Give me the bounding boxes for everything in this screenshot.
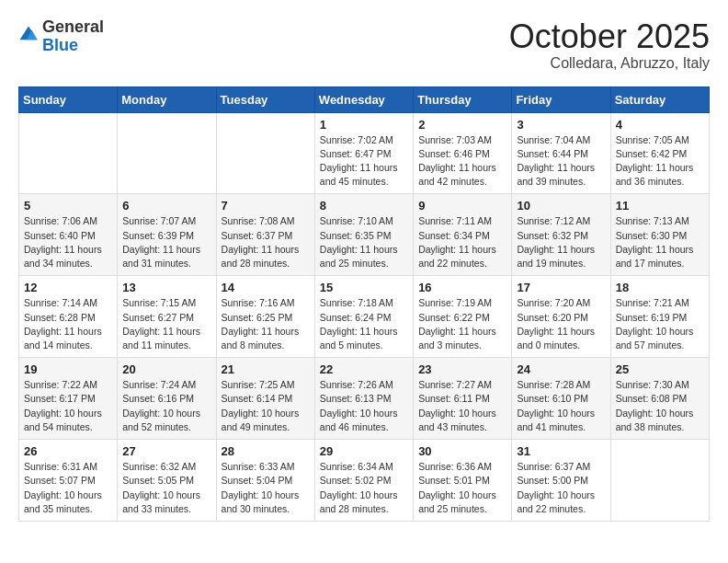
day-info: Sunrise: 6:36 AM Sunset: 5:01 PM Dayligh… [418, 460, 506, 516]
day-info: Sunrise: 7:14 AM Sunset: 6:28 PM Dayligh… [24, 296, 112, 352]
calendar-week-row: 1Sunrise: 7:02 AM Sunset: 6:47 PM Daylig… [19, 112, 710, 194]
calendar-cell [610, 440, 709, 522]
weekday-header: Friday [512, 86, 610, 112]
calendar-cell [216, 112, 314, 194]
day-number: 26 [24, 444, 112, 458]
day-info: Sunrise: 7:08 AM Sunset: 6:37 PM Dayligh… [222, 214, 310, 270]
calendar-cell: 31Sunrise: 6:37 AM Sunset: 5:00 PM Dayli… [512, 440, 610, 522]
day-info: Sunrise: 7:28 AM Sunset: 6:10 PM Dayligh… [517, 378, 605, 434]
calendar-cell: 6Sunrise: 7:07 AM Sunset: 6:39 PM Daylig… [118, 194, 216, 276]
day-info: Sunrise: 7:03 AM Sunset: 6:46 PM Dayligh… [418, 133, 506, 190]
calendar-week-row: 19Sunrise: 7:22 AM Sunset: 6:17 PM Dayli… [19, 358, 710, 440]
day-info: Sunrise: 7:24 AM Sunset: 6:16 PM Dayligh… [122, 378, 210, 434]
logo-text-general: General [42, 17, 104, 36]
calendar-cell: 13Sunrise: 7:15 AM Sunset: 6:27 PM Dayli… [118, 276, 216, 358]
calendar-cell: 11Sunrise: 7:13 AM Sunset: 6:30 PM Dayli… [610, 194, 709, 276]
day-number: 15 [320, 281, 408, 294]
day-info: Sunrise: 7:18 AM Sunset: 6:24 PM Dayligh… [320, 296, 408, 352]
day-number: 29 [320, 444, 408, 458]
day-info: Sunrise: 7:07 AM Sunset: 6:39 PM Dayligh… [122, 214, 210, 270]
calendar-cell: 25Sunrise: 7:30 AM Sunset: 6:08 PM Dayli… [610, 358, 709, 440]
calendar-cell: 18Sunrise: 7:21 AM Sunset: 6:19 PM Dayli… [610, 276, 709, 358]
day-number: 9 [418, 199, 506, 213]
calendar-header-row: SundayMondayTuesdayWednesdayThursdayFrid… [19, 86, 710, 112]
calendar-cell: 9Sunrise: 7:11 AM Sunset: 6:34 PM Daylig… [414, 194, 512, 276]
day-info: Sunrise: 7:30 AM Sunset: 6:08 PM Dayligh… [616, 378, 704, 434]
calendar-week-row: 5Sunrise: 7:06 AM Sunset: 6:40 PM Daylig… [19, 194, 710, 276]
calendar-week-row: 26Sunrise: 6:31 AM Sunset: 5:07 PM Dayli… [19, 440, 710, 522]
calendar-cell: 16Sunrise: 7:19 AM Sunset: 6:22 PM Dayli… [414, 276, 512, 358]
day-info: Sunrise: 7:10 AM Sunset: 6:35 PM Dayligh… [320, 214, 408, 270]
calendar-cell: 2Sunrise: 7:03 AM Sunset: 6:46 PM Daylig… [414, 112, 512, 194]
day-number: 8 [320, 199, 408, 213]
calendar-cell: 28Sunrise: 6:33 AM Sunset: 5:04 PM Dayli… [216, 440, 314, 522]
day-number: 20 [122, 362, 210, 376]
logo: General Blue [18, 18, 104, 55]
day-number: 14 [222, 281, 310, 294]
day-info: Sunrise: 7:05 AM Sunset: 6:42 PM Dayligh… [616, 133, 704, 190]
calendar-cell: 24Sunrise: 7:28 AM Sunset: 6:10 PM Dayli… [512, 358, 610, 440]
calendar-cell [118, 112, 216, 194]
day-info: Sunrise: 7:27 AM Sunset: 6:11 PM Dayligh… [418, 378, 506, 434]
day-number: 16 [418, 281, 506, 294]
calendar-cell: 22Sunrise: 7:26 AM Sunset: 6:13 PM Dayli… [314, 358, 413, 440]
logo-icon [18, 25, 39, 45]
day-info: Sunrise: 7:16 AM Sunset: 6:25 PM Dayligh… [222, 296, 310, 352]
day-number: 22 [320, 362, 408, 376]
location: Colledara, Abruzzo, Italy [509, 55, 710, 72]
logo-text-blue: Blue [42, 36, 78, 54]
day-number: 7 [222, 199, 310, 213]
day-info: Sunrise: 7:13 AM Sunset: 6:30 PM Dayligh… [616, 214, 704, 270]
calendar-cell: 30Sunrise: 6:36 AM Sunset: 5:01 PM Dayli… [414, 440, 512, 522]
calendar-cell: 10Sunrise: 7:12 AM Sunset: 6:32 PM Dayli… [512, 194, 610, 276]
calendar-cell: 4Sunrise: 7:05 AM Sunset: 6:42 PM Daylig… [610, 112, 709, 194]
day-number: 13 [122, 281, 210, 294]
day-number: 10 [517, 199, 605, 213]
day-info: Sunrise: 7:15 AM Sunset: 6:27 PM Dayligh… [122, 296, 210, 352]
calendar: SundayMondayTuesdayWednesdayThursdayFrid… [18, 86, 710, 522]
day-number: 17 [517, 281, 605, 294]
day-number: 21 [222, 362, 310, 376]
day-number: 25 [616, 362, 704, 376]
calendar-cell [19, 112, 118, 194]
day-number: 27 [122, 444, 210, 458]
title-block: October 2025 Colledara, Abruzzo, Italy [509, 18, 710, 72]
day-number: 12 [24, 281, 112, 294]
day-number: 6 [122, 199, 210, 213]
month-title: October 2025 [509, 18, 710, 55]
day-number: 31 [517, 444, 605, 458]
day-number: 3 [517, 118, 605, 132]
day-number: 4 [616, 118, 704, 132]
day-number: 11 [616, 199, 704, 213]
calendar-week-row: 12Sunrise: 7:14 AM Sunset: 6:28 PM Dayli… [19, 276, 710, 358]
day-number: 19 [24, 362, 112, 376]
calendar-cell: 21Sunrise: 7:25 AM Sunset: 6:14 PM Dayli… [216, 358, 314, 440]
day-number: 1 [320, 118, 408, 132]
day-info: Sunrise: 7:20 AM Sunset: 6:20 PM Dayligh… [517, 296, 605, 352]
calendar-cell: 15Sunrise: 7:18 AM Sunset: 6:24 PM Dayli… [314, 276, 413, 358]
calendar-cell: 1Sunrise: 7:02 AM Sunset: 6:47 PM Daylig… [314, 112, 413, 194]
day-info: Sunrise: 7:22 AM Sunset: 6:17 PM Dayligh… [24, 378, 112, 434]
day-number: 2 [418, 118, 506, 132]
day-number: 23 [418, 362, 506, 376]
calendar-cell: 12Sunrise: 7:14 AM Sunset: 6:28 PM Dayli… [19, 276, 118, 358]
day-info: Sunrise: 6:34 AM Sunset: 5:02 PM Dayligh… [320, 460, 408, 516]
day-info: Sunrise: 7:19 AM Sunset: 6:22 PM Dayligh… [418, 296, 506, 352]
calendar-cell: 26Sunrise: 6:31 AM Sunset: 5:07 PM Dayli… [19, 440, 118, 522]
weekday-header: Tuesday [216, 86, 314, 112]
calendar-cell: 3Sunrise: 7:04 AM Sunset: 6:44 PM Daylig… [512, 112, 610, 194]
weekday-header: Monday [118, 86, 216, 112]
calendar-cell: 5Sunrise: 7:06 AM Sunset: 6:40 PM Daylig… [19, 194, 118, 276]
day-info: Sunrise: 6:31 AM Sunset: 5:07 PM Dayligh… [24, 460, 112, 516]
calendar-cell: 7Sunrise: 7:08 AM Sunset: 6:37 PM Daylig… [216, 194, 314, 276]
day-info: Sunrise: 7:04 AM Sunset: 6:44 PM Dayligh… [517, 133, 605, 190]
weekday-header: Thursday [414, 86, 512, 112]
weekday-header: Wednesday [314, 86, 413, 112]
day-info: Sunrise: 7:06 AM Sunset: 6:40 PM Dayligh… [24, 214, 112, 270]
day-number: 18 [616, 281, 704, 294]
calendar-cell: 20Sunrise: 7:24 AM Sunset: 6:16 PM Dayli… [118, 358, 216, 440]
weekday-header: Sunday [19, 86, 118, 112]
calendar-cell: 27Sunrise: 6:32 AM Sunset: 5:05 PM Dayli… [118, 440, 216, 522]
day-number: 24 [517, 362, 605, 376]
calendar-cell: 8Sunrise: 7:10 AM Sunset: 6:35 PM Daylig… [314, 194, 413, 276]
